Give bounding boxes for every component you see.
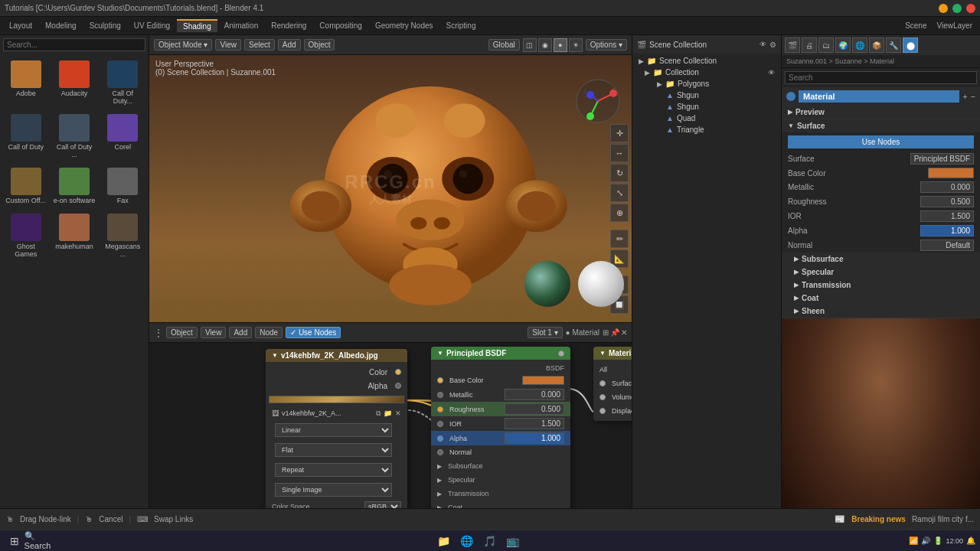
object-btn[interactable]: Object xyxy=(304,39,335,51)
projection-select[interactable]: FlatBoxSphere xyxy=(275,443,392,457)
metallic-prop-value[interactable]: 0.000 xyxy=(920,181,974,193)
extension-select[interactable]: RepeatExtendClip xyxy=(275,463,392,477)
transmission-collapsed[interactable]: ▶ Transmission xyxy=(431,487,570,500)
matout-surface-in[interactable] xyxy=(599,380,606,386)
slot-btn[interactable]: Slot 1 ▾ xyxy=(528,327,562,338)
node-editor[interactable]: ▼ v14kehbfw_2K_Albedo.jpg Color Alpha xyxy=(149,342,632,530)
3d-viewport[interactable]: User Perspective (0) Scene Collection | … xyxy=(149,55,632,322)
select-btn[interactable]: Select xyxy=(244,39,275,51)
taskbar-chrome-icon[interactable]: 🌐 xyxy=(457,531,477,551)
node-add-btn[interactable]: Add xyxy=(229,327,252,338)
tree-polygons[interactable]: ▶ 📁 Polygons xyxy=(632,78,781,90)
move-tool[interactable]: ↔ xyxy=(610,144,629,162)
list-item[interactable]: Call of Duty xyxy=(3,111,48,161)
view-layer-props-icon[interactable]: 🗂 xyxy=(818,37,834,53)
tree-triangle[interactable]: ▲ Triangle xyxy=(632,124,781,135)
source-select[interactable]: Single ImageMovie xyxy=(275,483,392,497)
tree-shgun1[interactable]: ▲ Shgun xyxy=(632,90,781,101)
close-btn[interactable] xyxy=(966,4,975,13)
tree-collection[interactable]: ▶ 📁 Collection 👁 xyxy=(632,67,781,78)
list-item[interactable]: Audacity xyxy=(51,57,96,108)
workspace-tab-scripting[interactable]: Scripting xyxy=(440,20,482,31)
node-view-btn[interactable]: View xyxy=(201,327,227,338)
mat-slot-remove-icon[interactable]: − xyxy=(971,92,975,101)
node-pin-icon[interactable]: 📌 xyxy=(610,328,619,337)
minimize-btn[interactable] xyxy=(939,4,948,13)
alpha-in[interactable] xyxy=(437,435,443,442)
list-item[interactable]: Ghost Games xyxy=(3,210,48,261)
render-props-icon[interactable]: 🎬 xyxy=(785,37,800,53)
texture-node[interactable]: ▼ v14kehbfw_2K_Albedo.jpg Color Alpha xyxy=(266,349,407,530)
transmission-header[interactable]: ▶ Transmission xyxy=(782,279,980,292)
scene-props-icon[interactable]: 🌍 xyxy=(835,37,851,53)
preview-sphere-earth[interactable] xyxy=(524,261,570,307)
ior-value[interactable]: 1.500 xyxy=(505,418,564,429)
annotate-tool[interactable]: ✏ xyxy=(610,230,629,248)
taskbar-spotify-icon[interactable]: 🎵 xyxy=(480,531,500,551)
workspace-tab-geometry-nodes[interactable]: Geometry Nodes xyxy=(369,20,439,31)
base-color-in[interactable] xyxy=(437,377,443,383)
windows-start-btn[interactable]: ⊞ xyxy=(5,531,24,551)
tree-shgun2[interactable]: ▲ Shgun xyxy=(632,101,781,112)
surface-section-header[interactable]: ▼ Surface xyxy=(782,119,980,132)
texture-close-icon[interactable]: ✕ xyxy=(395,409,401,417)
rotate-tool[interactable]: ↻ xyxy=(610,164,629,182)
matout-volume-in[interactable] xyxy=(599,394,606,400)
add-btn[interactable]: Add xyxy=(278,39,301,51)
shading-solid-icon[interactable]: ◉ xyxy=(538,38,552,52)
node-node-btn[interactable]: Node xyxy=(255,327,283,338)
viewport-gizmo[interactable]: X Y Z xyxy=(575,78,621,124)
left-search-input[interactable] xyxy=(3,38,145,51)
workspace-tab-compositing[interactable]: Compositing xyxy=(313,20,368,31)
filter-icon[interactable]: ⚙ xyxy=(769,41,776,49)
color-socket-out[interactable] xyxy=(395,369,401,375)
base-color-prop-swatch[interactable] xyxy=(928,168,974,178)
preview-sphere-material[interactable] xyxy=(578,261,624,307)
workspace-tab-layout[interactable]: Layout xyxy=(3,20,38,31)
interpolation-select[interactable]: LinearClosestCubic xyxy=(275,423,392,437)
list-item[interactable]: Corel xyxy=(100,111,145,161)
material-output-node[interactable]: ▼ Material Output All All Surface xyxy=(593,347,632,421)
material-name-bar[interactable]: Material xyxy=(799,90,959,103)
metallic-in[interactable] xyxy=(437,392,443,398)
modifier-props-icon[interactable]: 🔧 xyxy=(886,37,901,53)
material-props-icon[interactable]: ⬤ xyxy=(903,37,918,53)
tray-notification-icon[interactable]: 🔔 xyxy=(966,536,975,545)
output-props-icon[interactable]: 🖨 xyxy=(802,37,817,53)
props-search-input[interactable] xyxy=(785,71,977,84)
scale-tool[interactable]: ⤡ xyxy=(610,184,629,202)
view-btn[interactable]: View xyxy=(215,39,241,51)
texture-folder-icon[interactable]: 📁 xyxy=(384,409,392,417)
workspace-tab-rendering[interactable]: Rendering xyxy=(265,20,312,31)
preview-section-header[interactable]: ▶ Preview xyxy=(782,106,980,119)
roughness-value[interactable]: 0.500 xyxy=(505,403,564,415)
alpha-socket-out[interactable] xyxy=(395,383,401,389)
node-zoom-icon[interactable]: ⊞ xyxy=(603,328,609,337)
list-item[interactable]: Call of Duty ... xyxy=(51,111,96,161)
shading-rendered-icon[interactable]: ☀ xyxy=(569,38,583,52)
transform-tool[interactable]: ⊕ xyxy=(610,204,629,222)
maximize-btn[interactable] xyxy=(952,4,962,13)
base-color-swatch[interactable] xyxy=(522,376,564,385)
visibility-eye-icon[interactable]: 👁 xyxy=(768,69,775,77)
world-props-icon[interactable]: 🌐 xyxy=(852,37,867,53)
alpha-value[interactable]: 1.000 xyxy=(505,432,564,444)
pbsdf-collapse-icon[interactable]: ▼ xyxy=(437,350,443,357)
matout-disp-in[interactable] xyxy=(599,408,606,414)
roughness-prop-value[interactable]: 0.500 xyxy=(920,196,974,207)
specular-header[interactable]: ▶ Specular xyxy=(782,266,980,279)
list-item[interactable]: e-on software xyxy=(51,165,96,207)
ior-prop-value[interactable]: 1.500 xyxy=(920,210,974,222)
options-btn[interactable]: Options ▾ xyxy=(586,39,627,51)
taskbar-search-btn[interactable]: 🔍 Search xyxy=(28,531,47,551)
workspace-tab-modeling[interactable]: Modeling xyxy=(39,20,83,31)
mat-slot-add-icon[interactable]: + xyxy=(962,92,967,101)
list-item[interactable]: Call Of Duty... xyxy=(100,57,145,108)
subsurface-collapsed[interactable]: ▶ Subsurface xyxy=(431,459,570,473)
global-btn[interactable]: Global xyxy=(488,39,520,51)
tree-scene-collection[interactable]: ▶ 📁 Scene Collection xyxy=(632,55,781,67)
cursor-tool[interactable]: ✛ xyxy=(610,124,629,142)
use-nodes-btn[interactable]: ✓ Use Nodes xyxy=(286,327,341,338)
workspace-tab-uv[interactable]: UV Editing xyxy=(128,20,176,31)
normal-in[interactable] xyxy=(437,449,443,455)
